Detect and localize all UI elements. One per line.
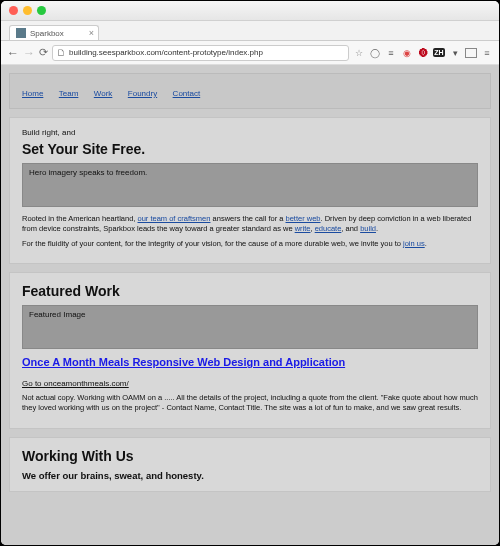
hero-placeholder: Hero imagery speaks to freedom.	[22, 163, 478, 207]
macos-titlebar	[1, 1, 499, 21]
project-desc: Not actual copy. Working with OAMM on a …	[22, 393, 478, 413]
close-icon[interactable]	[9, 6, 18, 15]
nav-foundry[interactable]: Foundry	[128, 89, 157, 98]
project-title: Once A Month Meals Responsive Web Design…	[22, 356, 478, 368]
hero-section: Build right, and Set Your Site Free. Her…	[9, 117, 491, 264]
featured-image-placeholder: Featured Image	[22, 305, 478, 349]
toolbar-icons: ☆ ◯ ≡ ◉ ⓿ ZH ▾ ≡	[353, 48, 493, 58]
extension-bars-icon[interactable]: ≡	[385, 48, 397, 58]
nav-controls: ← →	[7, 46, 35, 60]
browser-tab[interactable]: Sparkbox ×	[9, 25, 99, 40]
link-join-us[interactable]: join us	[403, 239, 425, 248]
withus-sub: We offer our brains, sweat, and honesty.	[22, 470, 478, 481]
forward-icon[interactable]: →	[23, 46, 35, 60]
bookmark-icon[interactable]: ☆	[353, 48, 365, 58]
project-goto-link[interactable]: Go to onceamonthmeals.com/	[22, 379, 129, 388]
tab-title: Sparkbox	[30, 29, 64, 38]
link-better-web[interactable]: better web	[286, 214, 321, 223]
back-icon[interactable]: ←	[7, 46, 19, 60]
nav-contact[interactable]: Contact	[173, 89, 201, 98]
extension-circle-icon[interactable]: ◯	[369, 48, 381, 58]
hero-lead: Build right, and	[22, 128, 478, 137]
minimize-icon[interactable]	[23, 6, 32, 15]
link-team[interactable]: our team of craftsmen	[138, 214, 211, 223]
page-icon: 🗋	[57, 48, 66, 58]
hero-copy-2: For the fluidity of your content, for th…	[22, 239, 478, 249]
link-educate[interactable]: educate	[315, 224, 342, 233]
browser-window: Sparkbox × ← → ⟳ 🗋 building.seesparkbox.…	[1, 1, 499, 545]
hero-copy-1: Rooted in the American heartland, our te…	[22, 214, 478, 234]
pocket-icon[interactable]: ▾	[449, 48, 461, 58]
page-content: Home Team Work Foundry Contact Build rig…	[1, 65, 499, 545]
nav-home[interactable]: Home	[22, 89, 43, 98]
extension-zh-icon[interactable]: ZH	[433, 48, 445, 57]
traffic-lights	[9, 6, 46, 15]
url-text: building.seesparkbox.com/content-prototy…	[69, 48, 263, 57]
link-build[interactable]: build	[360, 224, 376, 233]
nav-work[interactable]: Work	[94, 89, 113, 98]
site-nav: Home Team Work Foundry Contact	[9, 73, 491, 109]
extension-square-icon[interactable]	[465, 48, 477, 58]
pinterest-icon[interactable]: ⓿	[417, 48, 429, 58]
project-link[interactable]: Once A Month Meals Responsive Web Design…	[22, 356, 345, 368]
menu-icon[interactable]: ≡	[481, 48, 493, 58]
tab-strip: Sparkbox ×	[1, 21, 499, 41]
featured-work-section: Featured Work Featured Image Once A Mont…	[9, 272, 491, 429]
address-bar[interactable]: 🗋 building.seesparkbox.com/content-proto…	[52, 45, 349, 61]
working-with-us-section: Working With Us We offer our brains, swe…	[9, 437, 491, 492]
nav-team[interactable]: Team	[59, 89, 79, 98]
hero-heading: Set Your Site Free.	[22, 141, 478, 157]
link-write[interactable]: write	[295, 224, 311, 233]
withus-heading: Working With Us	[22, 448, 478, 464]
reload-icon[interactable]: ⟳	[39, 46, 48, 59]
browser-toolbar: ← → ⟳ 🗋 building.seesparkbox.com/content…	[1, 41, 499, 65]
zoom-icon[interactable]	[37, 6, 46, 15]
close-tab-icon[interactable]: ×	[89, 28, 94, 38]
favicon-icon	[16, 28, 26, 38]
work-heading: Featured Work	[22, 283, 478, 299]
extension-opera-icon[interactable]: ◉	[401, 48, 413, 58]
